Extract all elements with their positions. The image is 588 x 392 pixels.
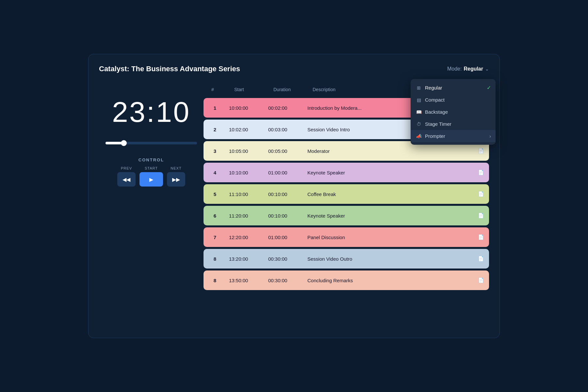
prev-control: PREV ◀◀: [117, 166, 136, 187]
item-label-stage-timer: Stage Timer: [425, 121, 451, 127]
row-start: 10:05:00: [226, 143, 266, 159]
row-description: Panel Discussion: [305, 229, 473, 245]
prev-button[interactable]: ◀◀: [117, 172, 136, 187]
arrow-right-icon: ›: [489, 134, 491, 139]
row-description: Moderator: [305, 143, 473, 159]
left-panel: 23:10 CONTROL PREV ◀◀ START ▶ NEXT ▶▶: [99, 82, 204, 292]
col-duration: Duration: [271, 86, 310, 93]
row-doc-icon: 📄: [473, 207, 489, 224]
row-start: 10:10:00: [226, 165, 266, 181]
item-icon-stage-timer: ⏱: [416, 122, 422, 127]
app-title: Catalyst: The Business Advantage Series: [99, 65, 240, 73]
dropdown-item-regular[interactable]: ⊞ Regular ✓: [411, 82, 496, 94]
col-start: Start: [232, 86, 271, 93]
row-number: 4: [204, 165, 226, 181]
row-doc-icon: 📄: [473, 164, 489, 181]
row-description: Coffee Break: [305, 186, 473, 202]
right-panel: # Start Duration Description 1 10:00:00 …: [204, 82, 489, 292]
row-start: 13:50:00: [226, 272, 266, 288]
app-window: Catalyst: The Business Advantage Series …: [88, 54, 500, 338]
table-row[interactable]: 4 10:10:00 01:00:00 Keynote Speaker 📄: [204, 163, 489, 182]
row-number: 3: [204, 143, 226, 159]
col-number: #: [209, 86, 232, 93]
dropdown-item-prompter[interactable]: 📣 Prompter ›: [411, 130, 496, 142]
start-label: START: [145, 166, 158, 170]
row-start: 13:20:00: [226, 251, 266, 267]
row-description: Concluding Remarks: [305, 272, 473, 288]
dropdown-item-compact[interactable]: ▤ Compact: [411, 94, 496, 106]
mode-value: Regular: [464, 66, 483, 72]
control-label: CONTROL: [139, 157, 164, 162]
dropdown-item-backstage[interactable]: 📖 Backstage: [411, 106, 496, 118]
row-number: 7: [204, 229, 226, 245]
row-duration: 00:10:00: [266, 208, 305, 224]
main-content: 23:10 CONTROL PREV ◀◀ START ▶ NEXT ▶▶: [99, 82, 489, 292]
item-icon-compact: ▤: [416, 97, 422, 103]
row-description: Keynote Speaker: [305, 208, 473, 224]
item-label-backstage: Backstage: [425, 109, 448, 115]
row-description: Keynote Speaker: [305, 165, 473, 181]
item-icon-backstage: 📖: [416, 109, 422, 115]
row-doc-icon: 📄: [473, 229, 489, 245]
row-number: 6: [204, 208, 226, 224]
item-label-regular: Regular: [425, 85, 442, 90]
row-number: 8: [204, 272, 226, 288]
next-label: NEXT: [171, 166, 181, 170]
row-duration: 00:05:00: [266, 143, 305, 159]
row-number: 2: [204, 122, 226, 138]
row-duration: 00:30:00: [266, 251, 305, 267]
row-duration: 00:10:00: [266, 186, 305, 202]
mode-dropdown: ⊞ Regular ✓ ▤ Compact 📖 Backstage ⏱ Stag…: [411, 79, 496, 145]
row-duration: 00:02:00: [266, 100, 305, 116]
row-start: 10:02:00: [226, 122, 266, 138]
table-row[interactable]: 7 12:20:00 01:00:00 Panel Discussion 📄: [204, 227, 489, 247]
header: Catalyst: The Business Advantage Series …: [99, 65, 489, 73]
row-number: 8: [204, 251, 226, 267]
item-icon-regular: ⊞: [416, 85, 422, 90]
table-row[interactable]: 8 13:50:00 00:30:00 Concluding Remarks 📄: [204, 270, 489, 290]
next-control: NEXT ▶▶: [167, 166, 185, 187]
row-duration: 00:03:00: [266, 122, 305, 138]
next-button[interactable]: ▶▶: [167, 172, 185, 187]
mode-label: Mode:: [447, 66, 462, 72]
row-start: 10:00:00: [226, 100, 266, 116]
start-control: START ▶: [139, 166, 163, 187]
chevron-down-icon: ⌄: [485, 66, 489, 72]
timer-display: 23:10: [112, 95, 190, 129]
check-icon: ✓: [487, 85, 491, 91]
row-start: 12:20:00: [226, 229, 266, 245]
row-doc-icon: 📄: [473, 186, 489, 202]
controls-row: PREV ◀◀ START ▶ NEXT ▶▶: [117, 166, 185, 187]
row-duration: 01:00:00: [266, 229, 305, 245]
progress-thumb: [121, 140, 127, 146]
row-start: 11:10:00: [226, 186, 266, 202]
row-doc-icon: 📄: [473, 143, 489, 159]
row-doc-icon: 📄: [473, 272, 489, 288]
progress-bar[interactable]: [106, 142, 197, 144]
mode-selector[interactable]: Mode: Regular ⌄: [447, 66, 489, 72]
start-button[interactable]: ▶: [139, 172, 163, 187]
dropdown-item-stage-timer[interactable]: ⏱ Stage Timer: [411, 118, 496, 130]
item-icon-prompter: 📣: [416, 134, 422, 139]
table-row[interactable]: 5 11:10:00 00:10:00 Coffee Break 📄: [204, 184, 489, 204]
row-duration: 01:00:00: [266, 165, 305, 181]
row-duration: 00:30:00: [266, 272, 305, 288]
row-number: 5: [204, 186, 226, 202]
row-doc-icon: 📄: [473, 251, 489, 267]
item-label-prompter: Prompter: [425, 133, 445, 139]
item-label-compact: Compact: [425, 97, 445, 103]
row-description: Session Video Outro: [305, 251, 473, 267]
row-start: 11:20:00: [226, 208, 266, 224]
table-row[interactable]: 8 13:20:00 00:30:00 Session Video Outro …: [204, 249, 489, 269]
row-number: 1: [204, 100, 226, 116]
prev-label: PREV: [121, 166, 132, 170]
table-row[interactable]: 6 11:20:00 00:10:00 Keynote Speaker 📄: [204, 206, 489, 225]
